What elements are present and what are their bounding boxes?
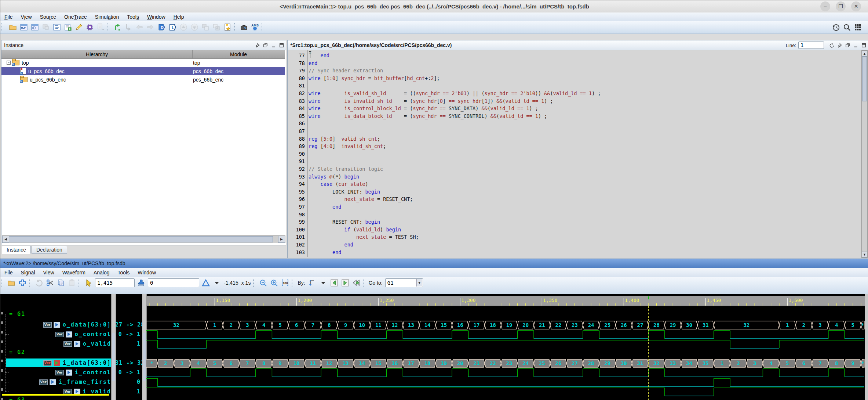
minimize-button[interactable]: – bbox=[820, 1, 830, 11]
menu-source[interactable]: Source bbox=[36, 12, 60, 21]
zoom-out-icon[interactable] bbox=[258, 278, 268, 288]
maximize-panel-icon[interactable] bbox=[861, 42, 867, 48]
active-annotation-d-icon[interactable]: D bbox=[156, 22, 167, 32]
goto-group-select[interactable]: G1▼ bbox=[385, 278, 423, 287]
marker-time-input[interactable] bbox=[148, 278, 199, 287]
app-grid-icon[interactable] bbox=[853, 22, 863, 32]
source-vscrollbar[interactable]: ▲ ▼ bbox=[861, 50, 868, 258]
new-source-tab-icon[interactable]: , bbox=[63, 22, 73, 32]
tab-declaration[interactable]: Declaration bbox=[32, 246, 67, 254]
cut-signal-icon[interactable] bbox=[45, 278, 55, 288]
edit-icon[interactable] bbox=[74, 22, 84, 32]
copy-signal-icon[interactable] bbox=[56, 278, 66, 288]
signal-row-o_control[interactable]: Vero_control bbox=[6, 330, 111, 339]
hscroll-thumb[interactable] bbox=[9, 236, 273, 242]
nwave-menu-analog[interactable]: Analog bbox=[90, 268, 114, 277]
hierarchy-row-u_pcs_66b_dec[interactable]: Mu_pcs_66b_decpcs_66b_dec bbox=[1, 67, 285, 75]
nwave-menu-window[interactable]: Window bbox=[134, 268, 160, 277]
delta-dropdown-icon[interactable] bbox=[212, 278, 222, 288]
hierarchy-row-top[interactable]: −Mtoptop bbox=[1, 58, 285, 67]
search-previous-icon[interactable] bbox=[329, 278, 339, 288]
forward-icon bbox=[145, 22, 156, 32]
select-cursor-icon[interactable] bbox=[83, 278, 94, 288]
vscroll-down-arrow[interactable]: ▼ bbox=[862, 252, 867, 257]
restore-button[interactable]: ❐ bbox=[836, 1, 846, 11]
hierarchy-row-u_pcs_66b_enc[interactable]: Mu_pcs_66b_encpcs_66b_enc bbox=[1, 75, 285, 84]
nwave-menu-waveform[interactable]: Waveform bbox=[58, 268, 90, 277]
hierarchy-column-header[interactable]: Hierarchy bbox=[1, 50, 192, 58]
tree-expander-icon[interactable]: − bbox=[7, 61, 11, 65]
menu-simulation[interactable]: Simulation bbox=[91, 12, 123, 21]
menu-onetrace[interactable]: OneTrace bbox=[60, 12, 91, 21]
signal-group-G2[interactable]: = G2 bbox=[9, 349, 25, 356]
waveform-canvas[interactable]: 1,1501,2001,2501,3001,3501,4001,4501,500… bbox=[146, 294, 865, 400]
pin-icon[interactable] bbox=[836, 42, 842, 48]
source-code-area[interactable]: 77 end78end79// Sync header extraction80… bbox=[288, 50, 862, 257]
signal-row-i_control[interactable]: Veri_control bbox=[6, 368, 111, 377]
close-button[interactable]: ✕ bbox=[851, 1, 861, 11]
float-window-icon[interactable] bbox=[845, 42, 850, 48]
chevron-down-icon[interactable]: ▼ bbox=[416, 279, 422, 287]
menu-help[interactable]: Help bbox=[169, 12, 188, 21]
bus-value-label: 29 bbox=[604, 360, 610, 366]
wave-vscrollbar[interactable] bbox=[865, 294, 868, 400]
delta-time-icon[interactable] bbox=[201, 278, 211, 288]
vscroll-thumb[interactable] bbox=[862, 57, 867, 101]
signal-row-o_data_63_0_[interactable]: Vero_data[63:0] bbox=[6, 320, 111, 329]
time-ruler[interactable] bbox=[146, 296, 865, 306]
search-by-edge-icon[interactable] bbox=[307, 278, 317, 288]
nwave-menu-file[interactable]: File bbox=[0, 268, 17, 277]
menu-file[interactable]: File bbox=[0, 12, 17, 21]
history-icon[interactable] bbox=[831, 22, 841, 32]
nwave-menu-signal[interactable]: Signal bbox=[17, 268, 39, 277]
bookmark-page-icon[interactable] bbox=[222, 22, 233, 32]
search-by-dropdown-icon[interactable] bbox=[318, 278, 328, 288]
bus-value-label: 25 bbox=[604, 322, 610, 328]
menu-view[interactable]: View bbox=[17, 12, 36, 21]
line-number: 78 bbox=[288, 60, 305, 68]
minimize-panel-icon[interactable] bbox=[270, 42, 276, 48]
hscroll-right-arrow[interactable]: ▶ bbox=[278, 236, 285, 243]
minimize-panel-icon[interactable] bbox=[853, 42, 858, 48]
marker-drop-icon[interactable] bbox=[136, 278, 146, 288]
hscroll-left-arrow[interactable]: ◀ bbox=[2, 236, 9, 243]
refresh-icon[interactable] bbox=[828, 42, 834, 48]
maximize-panel-icon[interactable] bbox=[278, 42, 284, 48]
trace-driver-icon[interactable] bbox=[112, 22, 123, 32]
new-schematic-icon[interactable] bbox=[30, 22, 40, 32]
module-column-header[interactable]: Module bbox=[192, 50, 284, 58]
open-fsdb-icon[interactable] bbox=[6, 278, 17, 288]
nwave-menu-tools[interactable]: Tools bbox=[114, 268, 134, 277]
lint-chip-icon[interactable] bbox=[85, 22, 95, 32]
toolbox-icon[interactable] bbox=[239, 22, 249, 32]
add-signal-icon[interactable] bbox=[17, 278, 28, 288]
signal-name: o_control bbox=[75, 331, 111, 338]
line-number: 80 bbox=[288, 75, 305, 83]
search-backward-icon[interactable] bbox=[351, 278, 361, 288]
cursor-time-input[interactable] bbox=[95, 278, 135, 287]
menu-tools[interactable]: Tools bbox=[123, 12, 143, 21]
signal-row-o_valid[interactable]: Vero_valid bbox=[6, 339, 111, 348]
zoom-fit-icon[interactable]: 100 bbox=[280, 278, 290, 288]
signal-row-i_frame_first[interactable]: Veri_frame_first bbox=[6, 378, 111, 386]
signal-group-G3[interactable]: = G3 bbox=[9, 397, 25, 400]
instance-hscrollbar[interactable]: ◀ ▶ bbox=[2, 235, 285, 243]
pin-icon[interactable] bbox=[254, 42, 260, 48]
nwave-menu-view[interactable]: View bbox=[39, 268, 58, 277]
new-waveform-icon[interactable] bbox=[19, 22, 29, 32]
hierarchy-browser-icon[interactable] bbox=[52, 22, 62, 32]
zoom-in-icon[interactable] bbox=[269, 278, 279, 288]
tab-instance[interactable]: Instance bbox=[2, 246, 31, 254]
menu-window[interactable]: Window bbox=[143, 12, 169, 21]
signal-row-i_data_63_0_[interactable]: Veri_data[63:0] bbox=[6, 358, 111, 367]
ams-settings-icon[interactable]: AMS bbox=[250, 22, 260, 32]
search-next-icon[interactable] bbox=[340, 278, 350, 288]
active-trace-l-icon[interactable]: L bbox=[167, 22, 178, 32]
code-line-102: end bbox=[309, 242, 353, 249]
vscroll-up-arrow[interactable]: ▲ bbox=[862, 51, 867, 57]
line-number-input[interactable] bbox=[798, 42, 824, 49]
signal-group-G1[interactable]: = G1 bbox=[9, 311, 25, 317]
open-database-icon[interactable] bbox=[8, 22, 18, 32]
float-window-icon[interactable] bbox=[262, 42, 268, 48]
search-icon[interactable] bbox=[842, 22, 852, 32]
